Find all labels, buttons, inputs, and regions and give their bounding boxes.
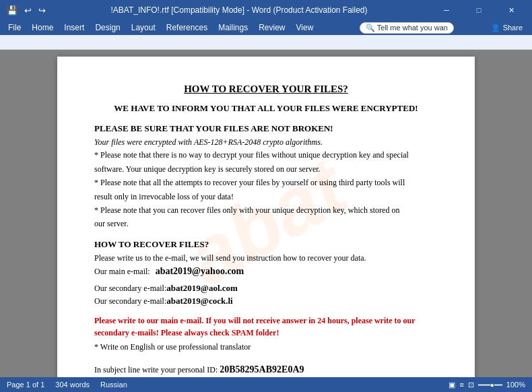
menu-layout[interactable]: Layout bbox=[126, 22, 161, 34]
section2-line1: Please write us to the e-mail, we will s… bbox=[94, 253, 438, 264]
document-area: abat HOW TO RECOVER YOUR FILES? WE HAVE … bbox=[0, 50, 532, 377]
share-icon: 👤 bbox=[491, 24, 500, 32]
status-left: Page 1 of 1 304 words Russian bbox=[7, 381, 127, 389]
section1-line5: result only in irrevocable loss of your … bbox=[94, 191, 438, 203]
section2-heading: HOW TO RECOVER FILES? bbox=[94, 239, 438, 250]
menu-design[interactable]: Design bbox=[90, 22, 125, 34]
write-note: * Write on English or use professional t… bbox=[94, 341, 438, 353]
section1-line3: software. Your unique decryption key is … bbox=[94, 164, 438, 175]
section1-heading: PLEASE BE SURE THAT YOUR FILES ARE NOT B… bbox=[94, 123, 438, 134]
menu-file[interactable]: File bbox=[3, 22, 26, 34]
secondary1-label: Our secondary e-mail: bbox=[94, 284, 166, 294]
menu-mailings[interactable]: Mailings bbox=[213, 22, 253, 34]
document-title: HOW TO RECOVER YOUR FILES? bbox=[94, 84, 438, 95]
secondary1-line: Our secondary e-mail: abat2019@aol.com bbox=[94, 283, 438, 294]
red-warning-text: Please write to our main e-mail. If you … bbox=[94, 315, 438, 339]
sign-in-button[interactable]: Sign in bbox=[457, 24, 481, 32]
view-icon-web[interactable]: ⊡ bbox=[468, 381, 474, 389]
document-subtitle: WE HAVE TO INFORM YOU THAT ALL YOUR FILE… bbox=[94, 103, 438, 114]
maximize-button[interactable]: □ bbox=[463, 0, 494, 20]
view-icon-read[interactable]: ≡ bbox=[459, 381, 463, 389]
title-bar: 💾 ↩ ↪ !ABAT_INFO!.rtf [Compatibility Mod… bbox=[0, 0, 532, 20]
secondary2-email: abat2019@cock.li bbox=[166, 296, 232, 306]
main-email-line: Our main e-mail: abat2019@yahoo.com bbox=[94, 266, 438, 277]
status-bar: Page 1 of 1 304 words Russian ▣ ≡ ⊡ ━━━●… bbox=[0, 377, 532, 392]
window-controls: ─ □ ✕ bbox=[431, 0, 527, 20]
search-icon: 🔍 bbox=[366, 24, 375, 32]
tell-me-input[interactable]: 🔍 Tell me what you wan bbox=[360, 22, 454, 34]
main-email-value: abat2019@yahoo.com bbox=[156, 266, 244, 277]
menu-view[interactable]: View bbox=[291, 22, 319, 34]
quick-access-toolbar: 💾 ↩ ↪ bbox=[5, 4, 47, 17]
menu-review[interactable]: Review bbox=[253, 22, 290, 34]
menu-bar: File Home Insert Design Layout Reference… bbox=[0, 20, 532, 35]
language-indicator: Russian bbox=[100, 381, 127, 389]
subject-line: In subject line write your personal ID: … bbox=[94, 364, 438, 375]
secondary1-email: abat2019@aol.com bbox=[166, 283, 238, 294]
document-page: abat HOW TO RECOVER YOUR FILES? WE HAVE … bbox=[57, 57, 475, 377]
window-title: !ABAT_INFO!.rtf [Compatibility Mode] - W… bbox=[47, 5, 431, 15]
undo-icon[interactable]: ↩ bbox=[23, 4, 33, 17]
main-email-label: Our main e-mail: bbox=[94, 267, 150, 277]
word-count: 304 words bbox=[55, 381, 90, 389]
menu-insert[interactable]: Insert bbox=[59, 22, 90, 34]
ribbon-toolbar bbox=[0, 35, 532, 50]
section1-line1: Your files were encrypted with AES-128+R… bbox=[94, 137, 438, 148]
share-button[interactable]: 👤 Share bbox=[484, 22, 529, 34]
subject-label: In subject line write your personal ID: bbox=[94, 365, 218, 374]
zoom-level: 100% bbox=[506, 381, 525, 389]
section1-line4: * Please note that all the attempts to r… bbox=[94, 177, 438, 189]
view-icon-print[interactable]: ▣ bbox=[448, 381, 455, 389]
share-label: Share bbox=[503, 24, 523, 32]
tell-me-text: Tell me what you wan bbox=[377, 24, 448, 32]
menu-home[interactable]: Home bbox=[26, 22, 59, 34]
section1-line6: * Please note that you can recover files… bbox=[94, 205, 438, 216]
page-content: HOW TO RECOVER YOUR FILES? WE HAVE TO IN… bbox=[94, 84, 438, 375]
secondary2-label: Our secondary e-mail: bbox=[94, 296, 166, 306]
status-right: ▣ ≡ ⊡ ━━━●━━ 100% bbox=[448, 381, 525, 389]
personal-id: 20B58295AB92E0A9 bbox=[220, 364, 304, 374]
menu-references[interactable]: References bbox=[161, 22, 213, 34]
redo-icon[interactable]: ↪ bbox=[37, 4, 47, 17]
secondary2-line: Our secondary e-mail: abat2019@cock.li bbox=[94, 296, 438, 306]
minimize-button[interactable]: ─ bbox=[431, 0, 462, 20]
section1-line2: * Please note that there is no way to de… bbox=[94, 150, 438, 161]
zoom-slider[interactable]: ━━━●━━ bbox=[478, 381, 502, 389]
page-indicator: Page 1 of 1 bbox=[7, 381, 44, 389]
close-button[interactable]: ✕ bbox=[496, 0, 527, 20]
save-icon[interactable]: 💾 bbox=[5, 4, 19, 17]
section1-line7: our server. bbox=[94, 218, 438, 230]
